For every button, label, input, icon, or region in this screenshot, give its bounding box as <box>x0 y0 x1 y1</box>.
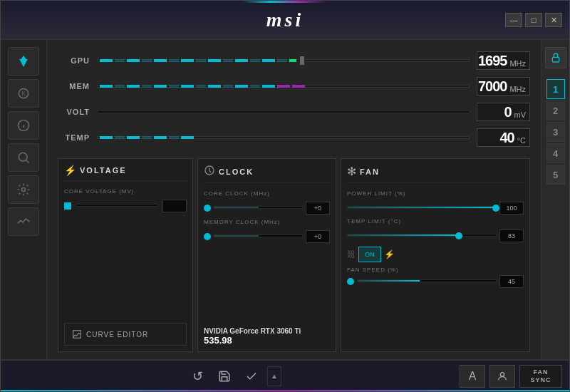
clock-panel-header: CLOCK <box>204 165 330 183</box>
fan-toggle-row: ⛓ ON ⚡ <box>347 247 524 262</box>
gpu-value: 1695 <box>478 53 507 69</box>
svg-point-11 <box>500 372 504 376</box>
power-limit-slider[interactable] <box>347 206 497 209</box>
fan-speed-row: FAN SPEED (%) 45 <box>347 267 524 288</box>
mem-label: MEM <box>58 82 90 91</box>
voltage-slider[interactable] <box>76 204 158 207</box>
sidebar-item-scan[interactable] <box>8 143 39 172</box>
core-clock-row: CORE CLOCK (MHz) +0 <box>204 190 330 215</box>
temp-label: TEMP <box>58 133 90 142</box>
window-controls: — □ ✕ <box>505 13 562 27</box>
temp-limit-thumb <box>455 232 462 239</box>
mem-clock-label: MEMORY CLOCK (MHz) <box>204 219 330 225</box>
core-clock-label: CORE CLOCK (MHz) <box>204 190 330 197</box>
sidebar-item-info[interactable] <box>8 111 39 140</box>
voltage-title: VOLTAGE <box>80 166 127 175</box>
temp-unit: °C <box>517 136 526 145</box>
core-clock-thumb[interactable] <box>204 205 211 212</box>
lock-button[interactable] <box>545 47 566 68</box>
gpu-label: GPU <box>58 56 90 65</box>
mem-value-box: 7000 MHz <box>477 77 530 96</box>
power-limit-value: 100 <box>499 202 524 215</box>
apply-button[interactable] <box>240 365 263 388</box>
fan-icon: ✻ <box>347 165 356 178</box>
sliders-section: GPU <box>58 51 530 148</box>
bottom-right: A FAN SYNC <box>460 365 562 388</box>
a-label: A <box>469 370 477 383</box>
core-clock-value: +0 <box>306 202 330 215</box>
volt-label: VOLT <box>58 108 90 116</box>
volt-slider-row: VOLT 0 mV <box>58 102 530 122</box>
fan-title: FAN <box>360 167 380 176</box>
bottom-center: ↺ ▲ <box>186 365 281 388</box>
svg-line-6 <box>26 160 28 163</box>
curve-editor-btn-container: CURVE EDITOR <box>64 323 187 346</box>
sidebar-item-settings[interactable] <box>8 175 39 204</box>
minimize-button[interactable]: — <box>505 13 522 27</box>
a-button[interactable]: A <box>460 365 485 388</box>
gpu-driver-val: 535.98 <box>204 335 330 346</box>
profile-2-button[interactable]: 2 <box>546 100 565 120</box>
core-clock-slider[interactable] <box>214 206 303 209</box>
save-button[interactable] <box>213 365 236 388</box>
maximize-button[interactable]: □ <box>525 13 542 27</box>
gpu-value-box: 1695 MHz <box>477 51 530 70</box>
link-icon: ⛓ <box>347 249 356 259</box>
voltage-core-label: CORE VOLTAGE (MV) <box>64 188 187 195</box>
gpu-track[interactable] <box>97 58 470 63</box>
sidebar-item-monitor[interactable] <box>8 207 39 236</box>
volt-value: 0 <box>504 104 511 120</box>
mem-track[interactable] <box>97 83 470 89</box>
voltage-value-box <box>162 200 187 212</box>
profile-1-button[interactable]: 1 <box>546 79 565 99</box>
mem-clock-slider[interactable] <box>214 234 303 237</box>
mem-slider-row: MEM <box>58 76 530 96</box>
fan-sync-label: FAN SYNC <box>530 368 551 384</box>
svg-point-7 <box>22 188 26 192</box>
profile-3-button[interactable]: 3 <box>546 122 565 142</box>
mem-clock-thumb[interactable] <box>204 233 211 240</box>
clock-icon <box>204 165 215 178</box>
profile-5-button[interactable]: 5 <box>546 165 565 185</box>
gpu-info: NVIDIA GeForce RTX 3060 Ti 535.98 <box>204 323 330 346</box>
msi-logo: msi <box>266 9 304 31</box>
temp-limit-label: TEMP LIMIT (°C) <box>347 218 524 225</box>
voltage-thumb[interactable] <box>64 202 71 210</box>
voltage-icon: ⚡ <box>64 165 76 176</box>
fan-speed-slider[interactable] <box>357 279 497 282</box>
mem-clock-row: MEMORY CLOCK (MHz) +0 <box>204 219 330 243</box>
profile-icon-button[interactable] <box>489 365 515 388</box>
right-sidebar: 1 2 3 4 5 <box>541 40 569 359</box>
gpu-slider-row: GPU <box>58 51 530 71</box>
reset-button[interactable]: ↺ <box>186 365 209 388</box>
title-bar: msi — □ ✕ <box>1 1 569 40</box>
close-button[interactable]: ✕ <box>545 13 562 27</box>
svg-rect-10 <box>552 57 559 62</box>
temp-limit-slider[interactable] <box>347 234 497 237</box>
svg-rect-8 <box>73 331 81 339</box>
power-limit-row: POWER LIMIT (%) 100 <box>347 190 524 215</box>
volt-unit: mV <box>514 110 527 119</box>
mem-value: 7000 <box>478 78 507 95</box>
profile-4-button[interactable]: 4 <box>546 143 565 163</box>
curve-editor-button[interactable]: CURVE EDITOR <box>64 323 187 346</box>
fan-sync-button[interactable]: FAN SYNC <box>519 365 562 388</box>
panels-row: ⚡ VOLTAGE CORE VOLTAGE (MV) <box>58 158 530 352</box>
temp-track[interactable] <box>97 135 470 140</box>
sidebar-item-overclock[interactable] <box>8 47 39 76</box>
sidebar-item-kombustor[interactable]: K <box>8 79 39 108</box>
voltage-panel: ⚡ VOLTAGE CORE VOLTAGE (MV) <box>58 158 193 352</box>
fan-speed-label: FAN SPEED (%) <box>347 267 524 273</box>
temp-value-box: 40 °C <box>477 128 530 147</box>
clock-title: CLOCK <box>219 167 254 176</box>
fan-speed-thumb[interactable] <box>347 278 354 285</box>
scroll-up-button[interactable]: ▲ <box>267 366 281 386</box>
fan-on-button[interactable]: ON <box>358 247 381 262</box>
volt-track[interactable] <box>97 109 470 115</box>
mem-clock-value: +0 <box>306 230 330 243</box>
app-window: msi — □ ✕ K <box>0 0 570 392</box>
temp-slider-row: TEMP 40 °C <box>58 128 530 148</box>
gpu-name: NVIDIA GeForce RTX 3060 Ti <box>204 323 330 335</box>
temp-limit-row: TEMP LIMIT (°C) 83 <box>347 218 524 242</box>
fan-panel: ✻ FAN POWER LIMIT (%) 100 <box>341 158 530 352</box>
